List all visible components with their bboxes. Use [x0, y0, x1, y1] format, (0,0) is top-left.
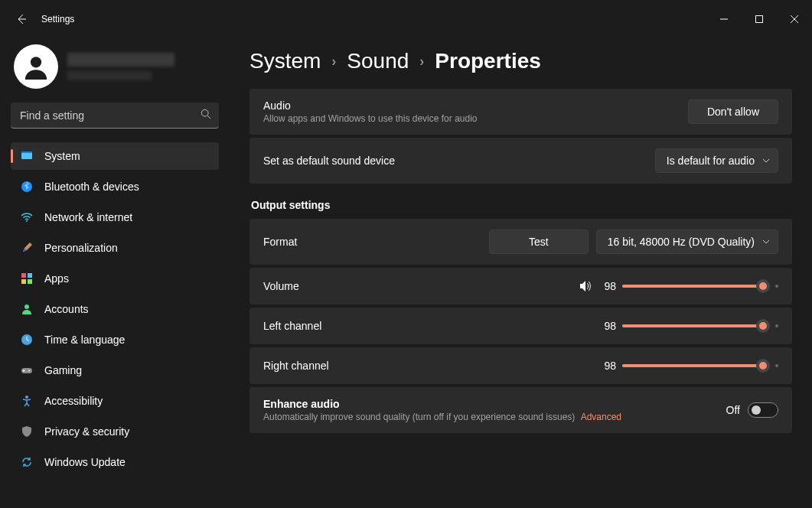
audio-desc: Allow apps and Windows to use this devic… — [263, 113, 478, 124]
svg-rect-7 — [21, 273, 26, 278]
volume-slider[interactable] — [622, 278, 766, 294]
enhance-audio-card[interactable]: Enhance audio Automatically improve soun… — [249, 387, 792, 433]
enhance-toggle[interactable] — [748, 402, 778, 418]
format-title: Format — [263, 236, 297, 248]
chevron-down-icon — [762, 236, 770, 248]
sidebar-item-system[interactable]: System — [11, 142, 219, 170]
chevron-down-icon — [762, 155, 770, 167]
svg-rect-10 — [28, 279, 32, 284]
volume-title: Volume — [263, 280, 299, 292]
slider-max-dot — [775, 285, 778, 288]
profile-block[interactable] — [14, 44, 219, 89]
svg-point-6 — [26, 220, 28, 222]
select-value: Is default for audio — [667, 155, 755, 167]
profile-text — [67, 53, 174, 80]
wifi-icon — [20, 210, 34, 224]
window-controls — [706, 7, 812, 31]
sidebar-item-label: Bluetooth & devices — [44, 181, 139, 193]
breadcrumb-sound[interactable]: Sound — [347, 49, 409, 73]
advanced-link[interactable]: Advanced — [581, 412, 621, 422]
sidebar-item-time-language[interactable]: Time & language — [11, 326, 219, 353]
sidebar-item-label: Accessibility — [44, 395, 103, 407]
gamepad-icon — [20, 363, 34, 377]
default-device-card: Set as default sound device Is default f… — [249, 138, 792, 184]
back-button[interactable] — [6, 4, 37, 34]
update-icon — [20, 455, 34, 469]
dont-allow-button[interactable]: Don't allow — [688, 99, 778, 124]
shield-icon — [20, 425, 34, 438]
sidebar-item-label: Time & language — [44, 334, 125, 346]
breadcrumb-system[interactable]: System — [249, 49, 321, 73]
audio-title: Audio — [263, 99, 478, 112]
close-button[interactable] — [777, 7, 812, 31]
sidebar-item-label: Apps — [44, 272, 69, 285]
minimize-button[interactable] — [706, 7, 742, 31]
svg-point-11 — [24, 304, 29, 309]
minimize-icon — [720, 15, 728, 23]
sidebar-item-label: Privacy & security — [44, 425, 129, 438]
sidebar-item-gaming[interactable]: Gaming — [11, 357, 219, 384]
svg-point-2 — [201, 109, 208, 116]
default-title: Set as default sound device — [263, 155, 395, 167]
svg-rect-9 — [21, 279, 26, 284]
sidebar-item-accessibility[interactable]: Accessibility — [11, 387, 219, 415]
clock-icon — [20, 333, 34, 347]
right-channel-value: 98 — [599, 360, 616, 372]
sidebar: System Bluetooth & devices Network & int… — [0, 38, 230, 508]
sidebar-item-accounts[interactable]: Accounts — [11, 295, 219, 323]
search-input[interactable] — [11, 103, 219, 129]
svg-rect-0 — [756, 16, 763, 23]
sidebar-item-label: Gaming — [44, 364, 82, 376]
test-button[interactable]: Test — [489, 230, 589, 254]
close-icon — [791, 15, 798, 23]
right-channel-slider[interactable] — [622, 358, 766, 373]
sidebar-item-label: Network & internet — [44, 211, 132, 223]
search-icon — [201, 109, 211, 122]
svg-point-15 — [25, 396, 28, 399]
left-channel-title: Left channel — [263, 320, 321, 332]
format-card: Format Test 16 bit, 48000 Hz (DVD Qualit… — [249, 219, 792, 265]
titlebar: Settings — [0, 0, 812, 38]
sidebar-item-bluetooth[interactable]: Bluetooth & devices — [11, 173, 219, 200]
sidebar-item-personalization[interactable]: Personalization — [11, 234, 219, 262]
sidebar-item-label: System — [44, 150, 80, 162]
account-icon — [20, 302, 34, 316]
audio-permission-card: Audio Allow apps and Windows to use this… — [249, 89, 792, 135]
speaker-icon[interactable] — [578, 278, 593, 294]
sidebar-item-windows-update[interactable]: Windows Update — [11, 448, 219, 476]
profile-email-redacted — [67, 71, 152, 80]
right-channel-title: Right channel — [263, 360, 329, 372]
enhance-toggle-state: Off — [726, 404, 740, 416]
person-icon — [23, 54, 49, 80]
slider-max-dot — [775, 324, 778, 327]
maximize-icon — [755, 15, 763, 23]
default-device-select[interactable]: Is default for audio — [655, 148, 778, 173]
slider-max-dot — [775, 364, 778, 367]
left-channel-card: Left channel 98 — [249, 308, 792, 344]
sidebar-item-network[interactable]: Network & internet — [11, 204, 219, 231]
sidebar-item-label: Windows Update — [44, 456, 126, 468]
accessibility-icon — [20, 394, 34, 408]
enhance-title: Enhance audio — [263, 398, 621, 410]
profile-name-redacted — [67, 53, 174, 67]
main-content: System › Sound › Properties Audio Allow … — [230, 38, 812, 508]
select-value: 16 bit, 48000 Hz (DVD Quality) — [608, 236, 755, 248]
sidebar-item-label: Personalization — [44, 242, 118, 254]
window-title: Settings — [41, 14, 74, 24]
monitor-icon — [20, 149, 34, 163]
volume-value: 98 — [599, 280, 616, 292]
chevron-right-icon: › — [331, 54, 336, 70]
sidebar-nav: System Bluetooth & devices Network & int… — [11, 142, 219, 476]
breadcrumb: System › Sound › Properties — [249, 49, 792, 73]
paintbrush-icon — [20, 241, 34, 255]
svg-rect-8 — [28, 273, 32, 278]
volume-card: Volume 98 — [249, 268, 792, 304]
avatar — [14, 44, 58, 89]
format-select[interactable]: 16 bit, 48000 Hz (DVD Quality) — [596, 230, 778, 254]
left-channel-value: 98 — [599, 320, 616, 332]
left-channel-slider[interactable] — [622, 318, 766, 334]
maximize-button[interactable] — [742, 7, 777, 31]
sidebar-item-privacy[interactable]: Privacy & security — [11, 418, 219, 445]
right-channel-card: Right channel 98 — [249, 347, 792, 384]
sidebar-item-apps[interactable]: Apps — [11, 265, 219, 292]
